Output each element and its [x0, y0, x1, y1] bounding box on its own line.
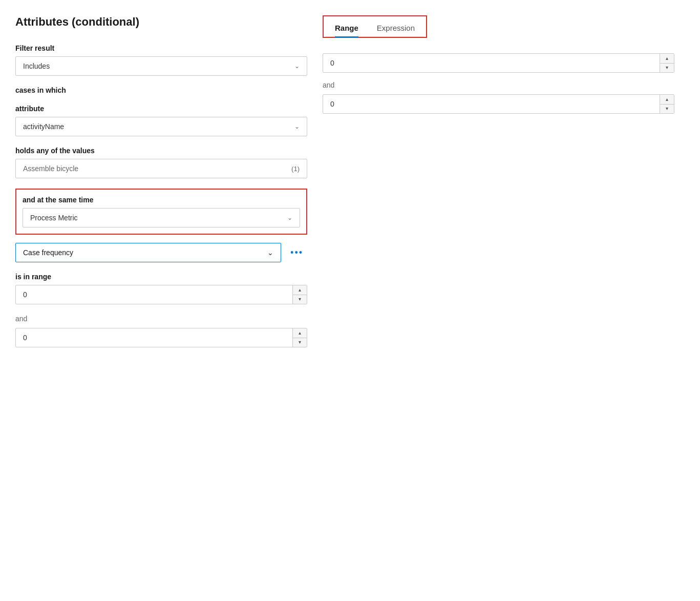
right-range-value2-field: 0 ▴ ▾ — [323, 94, 674, 114]
right-spinner-up-button-2[interactable]: ▴ — [660, 95, 674, 105]
range-value2-section: 0 ▴ ▾ — [15, 328, 307, 347]
case-frequency-row: Case frequency ⌄ ••• — [15, 243, 307, 262]
process-metric-value: Process Metric — [30, 214, 78, 222]
holds-values-section: holds any of the values Assemble bicycle… — [15, 147, 307, 178]
holds-values-count: (1) — [291, 165, 300, 173]
holds-values-value: Assemble bicycle — [23, 164, 78, 173]
case-frequency-dropdown[interactable]: Case frequency ⌄ — [15, 243, 281, 262]
page-title: Attributes (conditional) — [15, 15, 307, 29]
left-panel: Attributes (conditional) Filter result I… — [15, 10, 312, 591]
right-spinner-buttons: ▴ ▾ — [660, 54, 674, 72]
tabs-container: Range Expression — [323, 15, 427, 38]
spinner-up-button[interactable]: ▴ — [293, 285, 307, 295]
tabs-row: Range Expression — [326, 18, 424, 37]
attribute-value: activityName — [23, 122, 64, 131]
right-and-label: and — [323, 81, 674, 89]
and-label: and — [15, 315, 307, 323]
right-range-value1-text: 0 — [323, 54, 660, 72]
cases-in-which-section: cases in which — [15, 86, 307, 94]
attribute-label: attribute — [15, 105, 307, 113]
chevron-down-icon: ⌄ — [287, 214, 292, 221]
case-frequency-value: Case frequency — [23, 248, 73, 257]
chevron-down-icon: ⌄ — [294, 63, 300, 70]
range-value2-field: 0 ▴ ▾ — [15, 328, 307, 347]
right-range-value1-field: 0 ▴ ▾ — [323, 53, 674, 73]
and-same-time-section: and at the same time Process Metric ⌄ — [15, 189, 307, 235]
right-spinner-down-button-2[interactable]: ▾ — [660, 105, 674, 114]
spinner-up-button-2[interactable]: ▴ — [293, 328, 307, 338]
tab-range[interactable]: Range — [326, 18, 368, 36]
right-spinner-buttons-2: ▴ ▾ — [660, 95, 674, 113]
is-in-range-label: is in range — [15, 273, 307, 281]
more-options-button[interactable]: ••• — [286, 245, 307, 260]
attribute-dropdown[interactable]: activityName ⌄ — [15, 117, 307, 136]
filter-result-section: Filter result Includes ⌄ — [15, 44, 307, 76]
range-value1-text: 0 — [16, 285, 292, 304]
spinner-buttons-2: ▴ ▾ — [292, 328, 307, 347]
spinner-buttons: ▴ ▾ — [292, 285, 307, 304]
cases-in-which-label: cases in which — [15, 86, 307, 94]
right-range-value1-section: 0 ▴ ▾ — [323, 53, 674, 73]
right-spinner-up-button[interactable]: ▴ — [660, 54, 674, 64]
tab-expression[interactable]: Expression — [368, 18, 424, 36]
spinner-down-button-2[interactable]: ▾ — [293, 338, 307, 347]
right-range-value2-text: 0 — [323, 95, 660, 113]
right-panel: Range Expression 0 ▴ ▾ and 0 ▴ ▾ — [312, 10, 685, 591]
filter-result-label: Filter result — [15, 44, 307, 52]
right-spinner-down-button[interactable]: ▾ — [660, 64, 674, 73]
holds-values-field[interactable]: Assemble bicycle (1) — [15, 159, 307, 178]
chevron-down-icon: ⌄ — [294, 123, 300, 130]
filter-result-dropdown[interactable]: Includes ⌄ — [15, 56, 307, 76]
range-value1-field: 0 ▴ ▾ — [15, 285, 307, 304]
attribute-section: attribute activityName ⌄ — [15, 105, 307, 136]
holds-values-label: holds any of the values — [15, 147, 307, 155]
spinner-down-button[interactable]: ▾ — [293, 295, 307, 304]
range-value2-text: 0 — [16, 328, 292, 347]
is-in-range-section: is in range 0 ▴ ▾ — [15, 273, 307, 304]
process-metric-dropdown[interactable]: Process Metric ⌄ — [23, 208, 300, 227]
right-range-value2-section: 0 ▴ ▾ — [323, 94, 674, 114]
chevron-down-icon: ⌄ — [267, 248, 273, 257]
filter-result-value: Includes — [23, 62, 50, 70]
and-same-time-label: and at the same time — [23, 196, 300, 204]
